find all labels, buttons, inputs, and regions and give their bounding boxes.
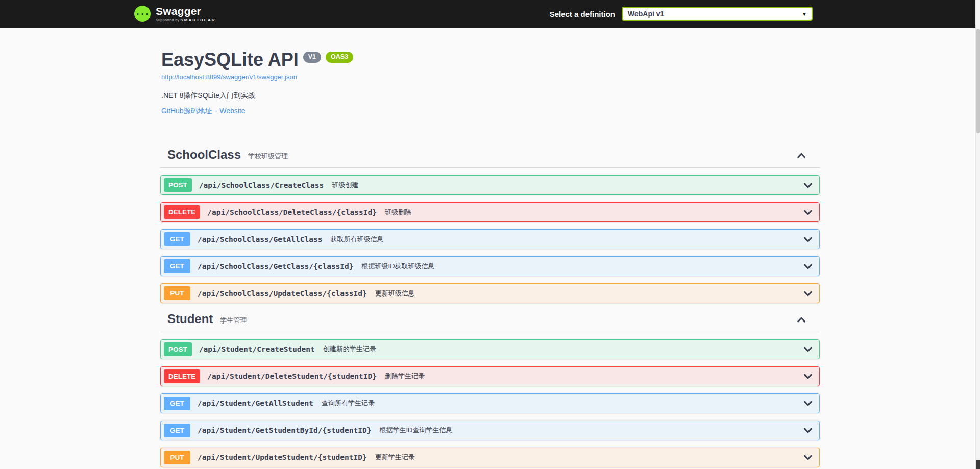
operation-path: /api/Student/GetStudentById/{studentID} bbox=[198, 426, 371, 434]
api-info: EasySQLite APIV1OAS3 http://localhost:88… bbox=[160, 49, 820, 116]
external-links: GitHub源码地址-Website bbox=[160, 107, 820, 116]
section-header[interactable]: SchoolClass 学校班级管理 bbox=[160, 147, 820, 168]
chevron-down-icon[interactable] bbox=[803, 344, 813, 354]
tagline-brand: SMARTBEAR bbox=[180, 18, 215, 22]
api-description: .NET 8操作SQLite入门到实战 bbox=[160, 91, 820, 101]
method-badge: DELETE bbox=[164, 205, 200, 219]
section-header[interactable]: Student 学生管理 bbox=[160, 312, 820, 332]
tag-section: SchoolClass 学校班级管理 POST /api/SchoolClass… bbox=[160, 147, 820, 303]
scrollbar-bottom-button[interactable] bbox=[976, 460, 980, 469]
spec-url-link[interactable]: http://localhost:8899/swagger/v1/swagger… bbox=[161, 73, 297, 81]
api-title: EasySQLite API bbox=[161, 49, 299, 70]
swagger-logo-icon: {···} bbox=[134, 5, 151, 22]
definition-select[interactable]: WebApi v1 ▼ bbox=[622, 7, 813, 21]
chevron-down-icon[interactable] bbox=[803, 288, 813, 299]
method-badge: GET bbox=[164, 424, 190, 438]
operation-path: /api/SchoolClass/GetAllClass bbox=[198, 235, 322, 243]
operation-row[interactable]: PUT /api/SchoolClass/UpdateClass/{classI… bbox=[160, 283, 820, 303]
operation-path: /api/Student/GetAllStudent bbox=[198, 399, 313, 407]
section-description: 学生管理 bbox=[220, 313, 247, 325]
scrollbar[interactable] bbox=[975, 0, 980, 469]
chevron-down-icon[interactable] bbox=[803, 207, 813, 217]
brand-tagline: Supported bySMARTBEAR bbox=[156, 18, 216, 22]
operation-summary: 更新学生记录 bbox=[375, 453, 415, 462]
operation-summary: 删除学生记录 bbox=[385, 372, 425, 381]
method-badge: GET bbox=[164, 232, 190, 246]
section-description: 学校班级管理 bbox=[248, 149, 288, 161]
swagger-logo[interactable]: {···} Swagger Supported bySMARTBEAR bbox=[134, 5, 216, 22]
section-title: Student bbox=[167, 312, 213, 327]
chevron-down-icon[interactable] bbox=[803, 371, 813, 381]
chevron-down-icon[interactable] bbox=[803, 180, 813, 190]
operation-summary: 获取所有班级信息 bbox=[330, 235, 383, 244]
brand-text: Swagger Supported bySMARTBEAR bbox=[156, 6, 216, 22]
definition-select-value: WebApi v1 bbox=[628, 10, 664, 18]
brand-name: Swagger bbox=[156, 6, 216, 16]
operation-summary: 更新班级信息 bbox=[375, 289, 415, 298]
svg-text:{···}: {···} bbox=[134, 10, 151, 19]
topbar-inner: {···} Swagger Supported bySMARTBEAR Sele… bbox=[0, 5, 980, 22]
tagline-prefix: Supported by bbox=[156, 18, 179, 22]
operation-path: /api/SchoolClass/CreateClass bbox=[199, 181, 324, 189]
operation-summary: 查询所有学生记录 bbox=[322, 399, 375, 408]
method-badge: POST bbox=[164, 342, 192, 357]
github-link[interactable]: GitHub源码地址 bbox=[161, 107, 212, 115]
chevron-down-icon[interactable] bbox=[803, 234, 813, 244]
method-badge: GET bbox=[164, 259, 190, 274]
operation-row[interactable]: PUT /api/Student/UpdateStudent/{studentI… bbox=[160, 448, 820, 467]
version-badge: V1 bbox=[303, 52, 321, 63]
operation-row[interactable]: DELETE /api/Student/DeleteStudent/{stude… bbox=[160, 366, 820, 386]
method-badge: PUT bbox=[164, 286, 190, 301]
operation-row[interactable]: DELETE /api/SchoolClass/DeleteClass/{cla… bbox=[160, 202, 820, 222]
operation-path: /api/Student/DeleteStudent/{studentID} bbox=[207, 372, 377, 380]
chevron-up-icon[interactable] bbox=[796, 315, 806, 325]
operation-row[interactable]: GET /api/SchoolClass/GetAllClass 获取所有班级信… bbox=[160, 229, 820, 249]
operation-row[interactable]: GET /api/Student/GetAllStudent 查询所有学生记录 bbox=[160, 393, 820, 413]
operation-summary: 根据班级ID获取班级信息 bbox=[362, 262, 435, 271]
operation-row[interactable]: POST /api/SchoolClass/CreateClass 班级创建 bbox=[160, 175, 820, 195]
scrollbar-thumb[interactable] bbox=[976, 29, 980, 133]
operation-row[interactable]: POST /api/Student/CreateStudent 创建新的学生记录 bbox=[160, 339, 820, 359]
definition-picker: Select a definition WebApi v1 ▼ bbox=[550, 7, 813, 21]
operation-row[interactable]: GET /api/Student/GetStudentById/{student… bbox=[160, 421, 820, 440]
topbar: {···} Swagger Supported bySMARTBEAR Sele… bbox=[0, 0, 980, 28]
chevron-up-icon[interactable] bbox=[796, 151, 806, 161]
website-link[interactable]: Website bbox=[219, 107, 245, 115]
operation-path: /api/SchoolClass/GetClass/{classId} bbox=[198, 262, 354, 270]
chevron-down-icon[interactable] bbox=[803, 452, 813, 462]
operation-path: /api/SchoolClass/DeleteClass/{classId} bbox=[207, 208, 377, 216]
tag-section: Student 学生管理 POST /api/Student/CreateStu… bbox=[160, 312, 820, 467]
operation-row[interactable]: GET /api/SchoolClass/GetClass/{classId} … bbox=[160, 256, 820, 276]
page-title: EasySQLite APIV1OAS3 bbox=[160, 49, 820, 70]
method-badge: POST bbox=[164, 178, 192, 192]
operation-summary: 班级创建 bbox=[332, 181, 358, 190]
main-content: EasySQLite APIV1OAS3 http://localhost:88… bbox=[160, 28, 820, 467]
sections: SchoolClass 学校班级管理 POST /api/SchoolClass… bbox=[160, 147, 820, 467]
chevron-down-icon: ▼ bbox=[802, 11, 807, 17]
method-badge: PUT bbox=[164, 451, 190, 465]
operation-list: POST /api/SchoolClass/CreateClass 班级创建 D… bbox=[160, 168, 820, 303]
chevron-down-icon[interactable] bbox=[803, 425, 813, 435]
select-definition-label: Select a definition bbox=[550, 10, 615, 18]
operation-summary: 创建新的学生记录 bbox=[323, 344, 376, 354]
method-badge: DELETE bbox=[164, 369, 200, 384]
chevron-down-icon[interactable] bbox=[803, 261, 813, 271]
operation-summary: 根据学生ID查询学生信息 bbox=[379, 426, 452, 435]
operation-list: POST /api/Student/CreateStudent 创建新的学生记录… bbox=[160, 332, 820, 467]
method-badge: GET bbox=[164, 397, 190, 411]
operation-path: /api/Student/CreateStudent bbox=[199, 345, 315, 353]
oas3-badge: OAS3 bbox=[326, 52, 353, 63]
section-title: SchoolClass bbox=[167, 147, 241, 162]
operation-path: /api/SchoolClass/UpdateClass/{classId} bbox=[198, 289, 367, 298]
link-separator: - bbox=[215, 107, 217, 115]
operation-summary: 班级删除 bbox=[385, 208, 411, 217]
chevron-down-icon[interactable] bbox=[803, 398, 813, 408]
operation-path: /api/Student/UpdateStudent/{studentID} bbox=[198, 453, 367, 461]
